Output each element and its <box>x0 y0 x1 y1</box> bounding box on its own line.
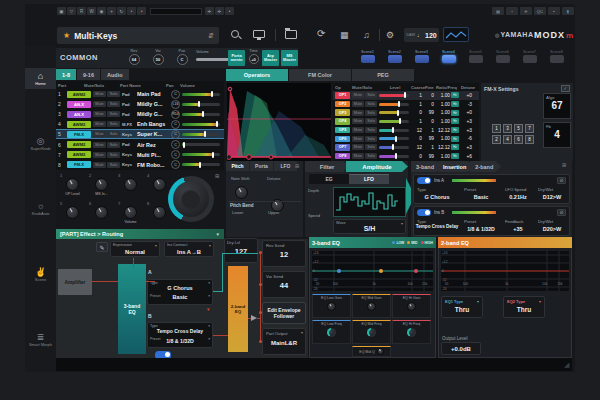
operator-row[interactable]: OP4 Mute Solo 1 0 1.00 Hz +3 <box>333 117 479 126</box>
common-knob[interactable]: Var 50 <box>148 49 168 65</box>
expand-icon[interactable]: ⊞ <box>215 173 219 179</box>
solo-button[interactable]: Solo <box>107 162 120 168</box>
pan-knob[interactable]: C <box>171 130 180 139</box>
op-solo-button[interactable]: Solo <box>365 136 377 142</box>
part-name[interactable]: Main Pad <box>137 91 169 97</box>
op-fine[interactable]: 99 <box>422 110 434 115</box>
op-fine[interactable]: 99 <box>422 154 434 159</box>
knob-value[interactable]: 50 <box>153 54 164 65</box>
op-level-slider[interactable] <box>379 155 409 158</box>
scene-button[interactable]: Scene5 <box>462 50 489 63</box>
operator-tab[interactable]: FM Color <box>289 69 351 81</box>
expression-select[interactable]: Expression ▾ Normal <box>110 241 160 257</box>
tempo-value[interactable]: 120 <box>425 32 437 39</box>
op-mute-button[interactable]: Mute <box>352 144 364 150</box>
scene-pad[interactable] <box>361 55 375 63</box>
scene-pad[interactable] <box>442 55 456 63</box>
toolbar-icon[interactable]: ▤ <box>492 7 504 15</box>
operator-tab[interactable]: Operators <box>226 69 288 81</box>
ins-a-node[interactable]: Type ▾ G Chorus Preset ▾ Basic <box>147 279 213 305</box>
pencil-icon[interactable]: ✎ <box>96 242 108 252</box>
ins-a-bypass-icon[interactable]: ⊘ <box>557 177 566 184</box>
toolbar-icon[interactable]: ▽ <box>67 7 76 15</box>
ins-b-bypass-icon[interactable]: ⊘ <box>557 209 566 216</box>
refresh-icon[interactable]: ⟳ <box>317 28 325 39</box>
toolbar-icon[interactable]: • <box>225 7 234 15</box>
assign-knob[interactable] <box>95 178 108 191</box>
tempo-box[interactable]: DAW ♩ 120 <box>404 28 439 42</box>
folder-icon[interactable] <box>285 30 297 39</box>
op-mute-button[interactable]: Mute <box>352 127 364 133</box>
var-send-box[interactable]: Var Send 44 <box>262 271 306 298</box>
eq-band-handle[interactable] <box>379 269 383 273</box>
op-mute-button[interactable]: Mute <box>352 92 364 98</box>
eq-mid-q-cell[interactable]: EQ Mid Q <box>352 346 391 357</box>
fx-tab[interactable]: 3-band <box>411 161 442 172</box>
part-volume-slider[interactable] <box>182 143 220 146</box>
part-row[interactable]: 6 AWM2 Mute Solo Pad Air Rez C <box>56 139 224 149</box>
dry-level-box[interactable]: Dry Lvl 127 <box>224 238 258 263</box>
eq-freq-cell[interactable]: EQ Mid Freq <box>352 320 391 344</box>
time-value[interactable]: +0 <box>249 54 259 64</box>
op-coarse[interactable]: 0 <box>409 154 422 159</box>
filter-tab[interactable]: Filter <box>305 161 349 172</box>
op-ratio[interactable]: 12.12 <box>434 128 450 133</box>
pitch-tab[interactable]: Porta <box>250 161 273 171</box>
part-volume-slider[interactable] <box>182 153 220 156</box>
scene-pad[interactable] <box>469 55 483 63</box>
automation-field[interactable] <box>150 8 202 15</box>
pitch-tab[interactable]: LFO <box>274 161 297 171</box>
eq-gain-knob[interactable] <box>327 302 336 311</box>
op-detune[interactable]: +3 <box>459 145 472 150</box>
pan-knob[interactable]: C <box>171 160 180 169</box>
scene-pad[interactable] <box>388 55 402 63</box>
op-detune[interactable]: +3 <box>459 119 472 124</box>
lfo-wave-select[interactable]: Wave ▾ S/H <box>333 219 406 234</box>
part-tab[interactable]: 1-8 <box>56 69 76 80</box>
op-solo-button[interactable]: Solo <box>365 153 377 159</box>
ins-b-type-value[interactable]: Tempo Cross Delay <box>414 224 460 229</box>
ratio-mode-badge[interactable]: Hz <box>451 118 459 124</box>
part-volume-slider[interactable] <box>182 93 220 96</box>
assign-knob[interactable] <box>124 206 137 219</box>
op-solo-button[interactable]: Solo <box>365 101 377 107</box>
operator-row[interactable]: OP2 Mute Solo 1 0 1.00 Hz -3 <box>333 100 479 109</box>
eg-subtab[interactable]: EG <box>309 174 349 184</box>
assign-knob[interactable] <box>124 178 137 191</box>
op-level-slider[interactable] <box>379 146 409 149</box>
op-detune[interactable]: +0 <box>459 93 472 98</box>
eq-freq-cell[interactable]: EQ Hi Freq <box>392 320 431 344</box>
fmx-checkbox[interactable]: ✓ <box>561 85 570 92</box>
assign-knob[interactable] <box>66 206 79 219</box>
op-coarse[interactable]: 1 <box>409 119 422 124</box>
pan-knob[interactable]: C <box>171 120 180 129</box>
part-volume-slider[interactable] <box>182 103 220 106</box>
operator-row[interactable]: OP5 Mute Solo 12 1 12.12 Hz +3 <box>333 126 479 135</box>
solo-button[interactable]: Solo <box>107 131 120 137</box>
ins-a-param-value[interactable]: 0.21Hz <box>502 194 534 200</box>
sidebar-item[interactable]: ≣ Smart Morph <box>25 329 56 350</box>
part-output-select[interactable]: Part Output ▾ MainL&R <box>262 328 306 355</box>
part-row[interactable]: 7 AWM2 Mute Solo Keys Multi Pi... C <box>56 150 224 160</box>
feedback-box[interactable]: Fb 4 <box>543 122 571 148</box>
op-fine[interactable]: 0 <box>422 102 434 107</box>
eq-freq-knob[interactable] <box>327 328 336 337</box>
pitch-tab[interactable]: Pitch <box>226 161 249 171</box>
rev-send-box[interactable]: Rev Send 12 <box>262 240 306 267</box>
op-mute-button[interactable]: Mute <box>352 101 364 107</box>
scene-button[interactable]: Scene1 <box>354 50 381 63</box>
pan-knob[interactable]: C <box>171 140 180 149</box>
op-level-slider[interactable] <box>379 111 409 114</box>
op-detune[interactable]: -6 <box>459 136 472 141</box>
part-tab[interactable]: 9-16 <box>77 69 100 80</box>
scene-button[interactable]: Scene2 <box>381 50 408 63</box>
ins-b-param-value[interactable]: +35 <box>502 226 534 232</box>
toolbar-icon[interactable]: • <box>127 7 136 15</box>
op-ratio[interactable]: 1.00 <box>434 110 450 115</box>
mute-button[interactable]: Mute <box>93 162 106 168</box>
scene-pad[interactable] <box>550 55 564 63</box>
notes-icon[interactable]: ♫ <box>363 30 370 40</box>
op-level-slider[interactable] <box>379 120 409 123</box>
op-solo-button[interactable]: Solo <box>365 118 377 124</box>
op-coarse[interactable]: 12 <box>409 145 422 150</box>
